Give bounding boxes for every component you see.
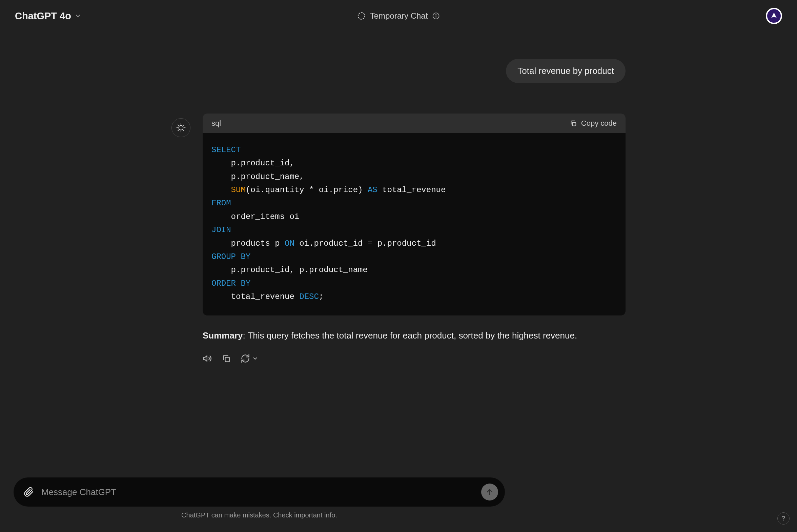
svg-rect-9 <box>225 358 230 362</box>
help-button[interactable]: ? <box>777 512 790 525</box>
message-actions <box>203 354 626 363</box>
copy-code-button[interactable]: Copy code <box>570 119 617 128</box>
temp-chat-label: Temporary Chat <box>370 11 428 21</box>
refresh-icon <box>241 354 250 363</box>
svg-point-0 <box>358 13 365 19</box>
svg-marker-8 <box>203 356 207 361</box>
model-selector[interactable]: ChatGPT 4o <box>15 11 81 22</box>
user-message-text: Total revenue by product <box>517 66 614 76</box>
summary-text: : This query fetches the total revenue f… <box>243 330 577 341</box>
main-content: Total revenue by product sql <box>0 32 797 477</box>
svg-point-6 <box>178 126 183 130</box>
copy-icon <box>570 120 577 127</box>
read-aloud-button[interactable] <box>203 354 212 363</box>
footer-note: ChatGPT can make mistakes. Check importa… <box>14 507 505 525</box>
input-area: ChatGPT can make mistakes. Check importa… <box>0 477 518 532</box>
assistant-avatar <box>171 118 190 137</box>
info-icon[interactable] <box>432 12 440 20</box>
brand-icon[interactable] <box>766 8 782 24</box>
dashed-circle-icon <box>357 12 366 20</box>
summary-label: Summary <box>203 330 243 341</box>
header-right <box>766 8 782 24</box>
summary-line: Summary: This query fetches the total re… <box>203 329 626 342</box>
openai-logo-icon <box>175 122 186 133</box>
attach-button[interactable] <box>24 487 34 497</box>
code-block: sql Copy code SELECT p.product_id, p.pro… <box>203 114 626 316</box>
paperclip-icon <box>24 487 34 497</box>
help-label: ? <box>782 515 785 522</box>
header: ChatGPT 4o Temporary Chat <box>0 0 797 32</box>
model-name: ChatGPT 4o <box>15 11 71 22</box>
arrow-up-icon <box>486 488 494 496</box>
conversation: Total revenue by product sql <box>158 59 639 377</box>
svg-point-3 <box>436 15 436 15</box>
chevron-down-icon <box>75 13 81 19</box>
assistant-message-row: sql Copy code SELECT p.product_id, p.pro… <box>171 114 626 363</box>
message-input[interactable] <box>41 487 474 497</box>
copy-code-label: Copy code <box>581 119 617 128</box>
user-message-row: Total revenue by product <box>171 59 626 83</box>
code-header: sql Copy code <box>203 114 626 133</box>
code-body[interactable]: SELECT p.product_id, p.product_name, SUM… <box>203 133 626 316</box>
send-button[interactable] <box>481 483 498 500</box>
speaker-icon <box>203 354 212 363</box>
input-bar <box>14 477 505 507</box>
chevron-down-icon <box>252 356 258 362</box>
copy-message-button[interactable] <box>222 354 231 363</box>
user-message-bubble: Total revenue by product <box>506 59 626 83</box>
temporary-chat-indicator[interactable]: Temporary Chat <box>357 11 440 21</box>
code-language-label: sql <box>211 119 221 128</box>
copy-icon <box>222 354 231 363</box>
regenerate-button[interactable] <box>241 354 258 363</box>
svg-rect-7 <box>572 122 576 126</box>
assistant-content: sql Copy code SELECT p.product_id, p.pro… <box>203 114 626 363</box>
